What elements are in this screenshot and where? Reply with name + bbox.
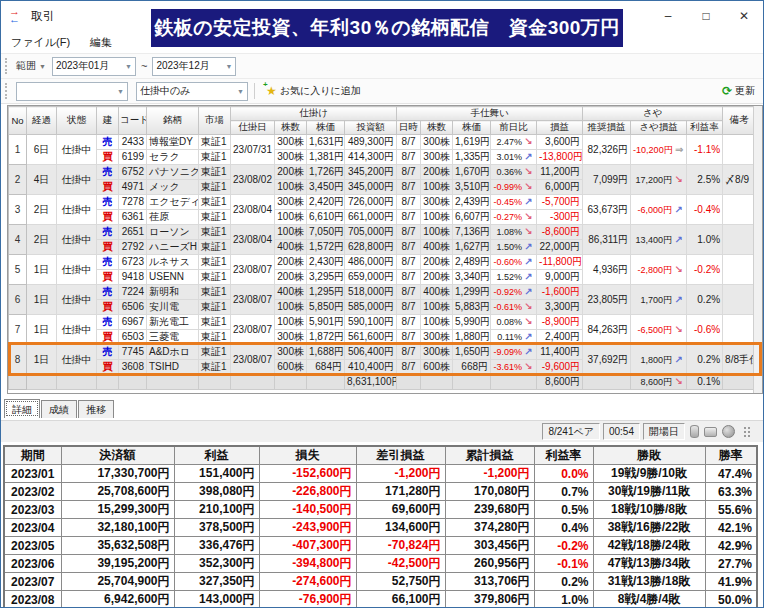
blank-combo[interactable]: ▼: [16, 82, 128, 101]
summary-row[interactable]: 2023/07 25,704,900円 327,350円 -274,600円 5…: [4, 573, 757, 591]
col-side[interactable]: 建: [97, 107, 119, 135]
cell-market: 東証1: [199, 255, 231, 270]
col-pl[interactable]: 損益: [537, 121, 583, 135]
col-prev-ratio[interactable]: 前日比: [491, 121, 537, 135]
cell-elapsed: 1日: [27, 285, 57, 315]
cell-settle: 39,195,200円: [61, 555, 174, 573]
cell-shares2: 300株: [421, 150, 453, 165]
trade-row-sell[interactable]: 8 1日 仕掛中 売 7745 A&Dホロ 東証1 23/08/07 300株 …: [9, 345, 756, 360]
cell-rate: -0.4%: [687, 195, 723, 225]
col-code[interactable]: コード: [119, 107, 147, 135]
trade-row-sell[interactable]: 3 2日 仕掛中 売 7278 エクセディ 東証1 23/08/04 300株 …: [9, 195, 756, 210]
col-time[interactable]: 日時: [397, 121, 421, 135]
cell-amount: 345,000円: [345, 180, 397, 195]
cell-record: 8戦/4勝/4敗: [593, 591, 705, 608]
saya-value: 1,700円: [641, 295, 673, 305]
trade-row-sell[interactable]: 5 1日 仕掛中 売 6723 ルネサス 東証1 23/08/07 200株 2…: [9, 255, 756, 270]
cell-side: 買: [97, 240, 119, 255]
cell-period: 2023/01: [4, 465, 61, 483]
range-to-combo[interactable]: 2023年12月 ▼: [152, 57, 236, 76]
tab-results[interactable]: 成績: [41, 400, 77, 418]
cell-shares2: 300株: [421, 330, 453, 345]
trend-arrow-icon: ↘: [673, 323, 684, 337]
cell-amount: 659,000円: [345, 270, 397, 285]
cell-name: TSIHD: [147, 360, 199, 375]
cell-prev-ratio: 1.52%↗: [491, 270, 537, 285]
trend-arrow-icon: ↘: [523, 135, 534, 149]
cell-price2: 3,510円: [453, 180, 491, 195]
cell-settle: 25,708,600円: [61, 483, 174, 501]
summary-row[interactable]: 2023/04 32,180,100円 378,500円 -243,900円 1…: [4, 519, 757, 537]
cell-status: 仕掛中: [57, 255, 97, 285]
maximize-button[interactable]: □: [687, 1, 725, 31]
cell-market: 東証1: [199, 165, 231, 180]
range-from-combo[interactable]: 2023年01月 ▼: [52, 57, 136, 76]
summary-row[interactable]: 2023/05 35,632,508円 336,476円 -407,300円 -…: [4, 537, 757, 555]
toolbar-grip[interactable]: [5, 83, 11, 99]
cell-side: 買: [97, 180, 119, 195]
trade-row-sell[interactable]: 2 4日 仕掛中 売 6752 パナソニク 東証1 23/08/02 200株 …: [9, 165, 756, 180]
tab-detail[interactable]: 詳細: [4, 399, 40, 418]
cell-saya: -6,500円↘: [631, 315, 687, 345]
cell-cum: 239,680円: [445, 501, 534, 519]
col-amount[interactable]: 投資額: [345, 121, 397, 135]
trade-row-sell[interactable]: 4 2日 仕掛中 売 2651 ローソン 東証1 23/08/04 100株 7…: [9, 225, 756, 240]
col-market[interactable]: 市場: [199, 107, 231, 135]
trade-row-sell[interactable]: 1 6日 仕掛中 売 2433 博報堂DY 東証1 23/07/31 300株 …: [9, 135, 756, 150]
star-icon: ★: [266, 84, 277, 98]
toolbar-grip[interactable]: [5, 58, 11, 74]
resize-grip[interactable]: [742, 425, 751, 438]
col-elapsed[interactable]: 経過: [27, 107, 57, 135]
cell-name: 三菱電: [147, 330, 199, 345]
prev-ratio-value: 1.08%: [497, 227, 523, 237]
summary-row[interactable]: 2023/01 17,330,700円 151,400円 -152,600円 -…: [4, 465, 757, 483]
menu-edit[interactable]: 編集: [90, 35, 112, 50]
range-dropdown-icon[interactable]: ▼: [39, 63, 46, 70]
col-name[interactable]: 銘柄: [147, 107, 199, 135]
refresh-label: 更新: [735, 84, 755, 98]
cell-name: パナソニク: [147, 165, 199, 180]
cell-prev-ratio: 3.01%↗: [491, 150, 537, 165]
refresh-button[interactable]: ⟳ 更新: [717, 82, 763, 100]
trade-row-sell[interactable]: 6 1日 仕掛中 売 7224 新明和 東証1 23/08/07 400株 1,…: [9, 285, 756, 300]
prev-ratio-value: -0.61%: [494, 302, 523, 312]
trend-arrow-icon: ↘: [523, 180, 534, 194]
col-price[interactable]: 株価: [307, 121, 345, 135]
saya-value: 17,200円: [636, 175, 673, 185]
summary-row[interactable]: 2023/03 15,299,300円 210,100円 -140,500円 6…: [4, 501, 757, 519]
filter-combo[interactable]: 仕掛中のみ ▼: [136, 82, 248, 101]
cell-price: 2,420円: [307, 195, 345, 210]
cell-time: 8/7: [397, 225, 421, 240]
summary-row[interactable]: 2023/08 6,942,600円 143,000円 -76,900円 66,…: [4, 591, 757, 608]
col-shares2[interactable]: 株数: [421, 121, 453, 135]
cell-market: 東証1: [199, 300, 231, 315]
cell-suisho: 37,692円: [583, 345, 631, 375]
col-no[interactable]: No: [9, 107, 27, 135]
col-suisho[interactable]: 推奨損益: [583, 121, 631, 135]
cell-side: 買: [97, 210, 119, 225]
add-favorite-button[interactable]: ★ お気に入りに追加: [261, 82, 366, 100]
cell-shares2: 100株: [421, 300, 453, 315]
cell-price2: 1,650円: [453, 345, 491, 360]
summary-row[interactable]: 2023/06 39,195,200円 352,300円 -394,800円 -…: [4, 555, 757, 573]
trend-arrow-icon: ↗: [523, 255, 534, 269]
summary-row[interactable]: 2023/02 25,708,600円 398,080円 -226,800円 1…: [4, 483, 757, 501]
close-button[interactable]: ✕: [725, 1, 763, 31]
trade-table-body: 1 6日 仕掛中 売 2433 博報堂DY 東証1 23/07/31 300株 …: [9, 135, 756, 375]
col-price2[interactable]: 株価: [453, 121, 491, 135]
chevron-down-icon: ▼: [122, 63, 135, 70]
cell-code: 6752: [119, 165, 147, 180]
tab-transition[interactable]: 推移: [78, 400, 114, 418]
menu-file[interactable]: ファイル(F): [11, 35, 70, 50]
col-status[interactable]: 状態: [57, 107, 97, 135]
vertical-scrollbar[interactable]: [753, 106, 762, 393]
col-rate[interactable]: 利益率: [687, 121, 723, 135]
minimize-button[interactable]: –: [649, 1, 687, 31]
col-saya-pl[interactable]: さや損益: [631, 121, 687, 135]
col-entry-date[interactable]: 仕掛日: [231, 121, 275, 135]
col-shares[interactable]: 株数: [275, 121, 307, 135]
cell-side: 売: [97, 165, 119, 180]
trade-row-sell[interactable]: 7 1日 仕掛中 売 6967 新光電工 東証1 23/08/07 100株 5…: [9, 315, 756, 330]
cell-name: 博報堂DY: [147, 135, 199, 150]
col-note[interactable]: 備考: [723, 107, 756, 135]
